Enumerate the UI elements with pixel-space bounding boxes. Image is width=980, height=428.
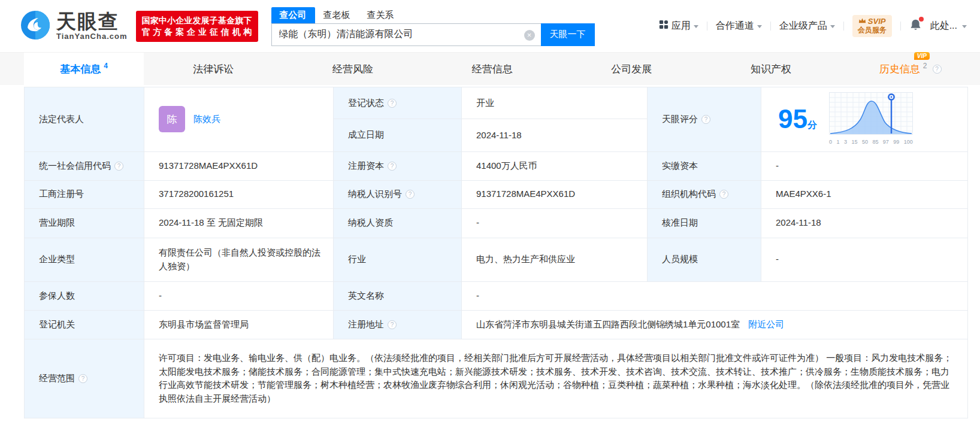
field-label-legal-rep: 法定代表人 xyxy=(25,87,144,152)
field-label-taxpayer-quality: 纳税人资质 xyxy=(334,208,462,238)
field-label-insured-count: 参保人数 xyxy=(25,281,144,310)
field-value-insured-count: - xyxy=(144,281,334,310)
tab-company-development[interactable]: 公司发展 xyxy=(562,53,701,85)
field-value-paid-capital: - xyxy=(761,151,968,180)
help-icon[interactable]: ? xyxy=(719,190,728,199)
help-icon[interactable]: ? xyxy=(114,162,123,171)
tab-basic-info-count: 4 xyxy=(104,62,108,70)
nav-apps[interactable]: 应用 xyxy=(659,20,698,32)
tianyancha-logo[interactable]: 天眼查 TianYanCha.com xyxy=(20,10,128,43)
field-value-approval-date: 2024-11-18 xyxy=(761,208,968,238)
clear-icon[interactable]: × xyxy=(524,30,535,41)
field-value-reg-capital: 41400万人民币 xyxy=(462,151,648,180)
chevron-down-icon xyxy=(757,25,762,28)
field-label-business-scope: 经营范围 ? xyxy=(25,339,144,418)
field-value-business-term: 2024-11-18 至 无固定期限 xyxy=(144,208,334,238)
search-tab-company[interactable]: 查公司 xyxy=(271,7,315,23)
field-value-company-type: 有限责任公司（非自然人投资或控股的法人独资） xyxy=(144,238,334,281)
tab-legal-proceedings[interactable]: 法律诉讼 xyxy=(144,53,283,85)
nav-enterprise-products-label: 企业级产品 xyxy=(779,20,827,32)
field-value-credit-code: 91371728MAE4PXX61D xyxy=(144,151,334,180)
field-label-reg-address: 注册地址 ? xyxy=(334,310,462,339)
basic-info-table: 法定代表人 陈 陈效兵 登记状态 ? 开业 天眼评分 ? 95分 xyxy=(24,87,968,418)
table-row: 统一社会信用代码 ? 91371728MAE4PXX61D 注册资本 ? 414… xyxy=(25,151,968,180)
field-value-english-name: - xyxy=(462,281,968,310)
tab-basic-info[interactable]: 基本信息 4 xyxy=(24,53,144,85)
top-header: 天眼查 TianYanCha.com 国家中小企业发展子基金旗下 官方备案企业征… xyxy=(0,0,980,53)
divider xyxy=(707,22,707,31)
reg-address-text: 山东省菏泽市东明县城关街道五四路西段北侧锦绣城1单元01001室 xyxy=(476,319,740,329)
score-distribution-chart: 0131550859799100 xyxy=(829,92,913,147)
nav-cooperation[interactable]: 合作通道 xyxy=(716,20,762,32)
nav-enterprise-products[interactable]: 企业级产品 xyxy=(779,20,835,32)
field-value-org-code: MAE4PXX6-1 xyxy=(761,180,968,208)
search-tabs: 查公司 查老板 查关系 xyxy=(271,7,595,23)
field-value-reg-status: 开业 xyxy=(462,87,648,119)
vip-badge-icon: VIP xyxy=(914,52,930,60)
help-icon[interactable]: ? xyxy=(78,374,87,383)
table-row: 企业类型 有限责任公司（非自然人投资或控股的法人独资） 行业 电力、热力生产和供… xyxy=(25,238,968,281)
svip-label: SVIP xyxy=(868,17,886,26)
chevron-down-icon xyxy=(830,25,835,28)
legal-rep-avatar[interactable]: 陈 xyxy=(159,106,185,132)
nearby-companies-link[interactable]: 附近公司 xyxy=(748,319,784,329)
field-label-taxpayer-id: 纳税人识别号 ? xyxy=(334,180,462,208)
search-input[interactable] xyxy=(272,24,541,45)
field-label-reg-status: 登记状态 ? xyxy=(334,87,462,119)
help-icon[interactable]: ? xyxy=(701,115,710,124)
divider xyxy=(900,22,901,31)
tab-basic-info-label: 基本信息 xyxy=(60,62,101,76)
help-icon[interactable]: ? xyxy=(388,99,397,108)
search-button[interactable]: 天眼一下 xyxy=(541,23,595,46)
table-row: 营业期限 2024-11-18 至 无固定期限 纳税人资质 - 核准日期 202… xyxy=(25,208,968,238)
help-icon[interactable]: ? xyxy=(406,190,415,199)
brand-domain: TianYanCha.com xyxy=(56,32,128,41)
table-row: 登记机关 东明县市场监督管理局 注册地址 ? 山东省菏泽市东明县城关街道五四路西… xyxy=(25,310,968,339)
section-tabs: 基本信息 4 法律诉讼 经营风险 经营信息 公司发展 知识产权 VIP 历史信息… xyxy=(0,53,980,85)
svip-member-button[interactable]: SVIP 会员服务 xyxy=(852,15,892,37)
field-value-legal-rep: 陈 陈效兵 xyxy=(144,87,334,152)
search-tab-relation[interactable]: 查关系 xyxy=(359,7,403,23)
field-value-score: 95分 xyxy=(761,87,968,152)
field-value-reg-address: 山东省菏泽市东明县城关街道五四路西段北侧锦绣城1单元01001室 附近公司 xyxy=(462,310,968,339)
field-label-industry: 行业 xyxy=(334,238,462,281)
legal-rep-link[interactable]: 陈效兵 xyxy=(193,113,220,126)
svip-service-label: 会员服务 xyxy=(858,26,887,35)
field-label-org-code: 组织机构代码 ? xyxy=(648,180,761,208)
field-value-reg-authority: 东明县市场监督管理局 xyxy=(144,310,334,339)
search-tab-boss[interactable]: 查老板 xyxy=(315,7,359,23)
tab-intellectual-property[interactable]: 知识产权 xyxy=(701,53,841,85)
notification-dot xyxy=(919,17,924,22)
tab-operation-info[interactable]: 经营信息 xyxy=(422,53,562,85)
notification-bell-button[interactable] xyxy=(909,19,922,34)
nav-apps-label: 应用 xyxy=(672,20,691,32)
nav-cooperation-label: 合作通道 xyxy=(716,20,754,32)
field-value-industry: 电力、热力生产和供应业 xyxy=(462,238,648,281)
field-label-establish-date: 成立日期 xyxy=(334,119,462,151)
field-label-english-name: 英文名称 xyxy=(334,281,462,310)
tab-history-info[interactable]: VIP 历史信息 2 ? xyxy=(840,53,980,85)
crown-icon xyxy=(858,17,866,26)
slogan-badge: 国家中小企业发展子基金旗下 官方备案企业征信机构 xyxy=(136,11,258,42)
help-icon[interactable]: ? xyxy=(388,320,397,329)
slogan-line2: 官方备案企业征信机构 xyxy=(142,26,252,38)
tab-operation-risk[interactable]: 经营风险 xyxy=(283,53,423,85)
field-label-credit-code: 统一社会信用代码 ? xyxy=(25,151,144,180)
top-nav: 应用 合作通道 企业级产品 SVIP 会员服务 xyxy=(659,15,967,37)
tab-history-info-label: 历史信息 xyxy=(879,63,920,75)
field-value-taxpayer-id: 91371728MAE4PXX61D xyxy=(462,180,648,208)
table-row: 工商注册号 371728200161251 纳税人识别号 ? 91371728M… xyxy=(25,180,968,208)
help-icon[interactable]: ? xyxy=(388,162,397,171)
field-label-approval-date: 核准日期 xyxy=(648,208,761,238)
help-icon[interactable]: ? xyxy=(933,65,942,74)
field-value-reg-number: 371728200161251 xyxy=(144,180,334,208)
field-label-reg-number: 工商注册号 xyxy=(25,180,144,208)
search-area: 查公司 查老板 查关系 × 天眼一下 xyxy=(271,7,595,46)
user-profile-menu[interactable]: 此处... xyxy=(930,20,967,32)
tianyancha-logo-icon xyxy=(20,10,50,43)
table-row: 参保人数 - 英文名称 - xyxy=(25,281,968,310)
divider xyxy=(770,22,771,31)
slogan-line1: 国家中小企业发展子基金旗下 xyxy=(142,15,252,26)
score-axis: 0131550859799100 xyxy=(829,138,913,147)
profile-name: 此处... xyxy=(930,20,957,32)
